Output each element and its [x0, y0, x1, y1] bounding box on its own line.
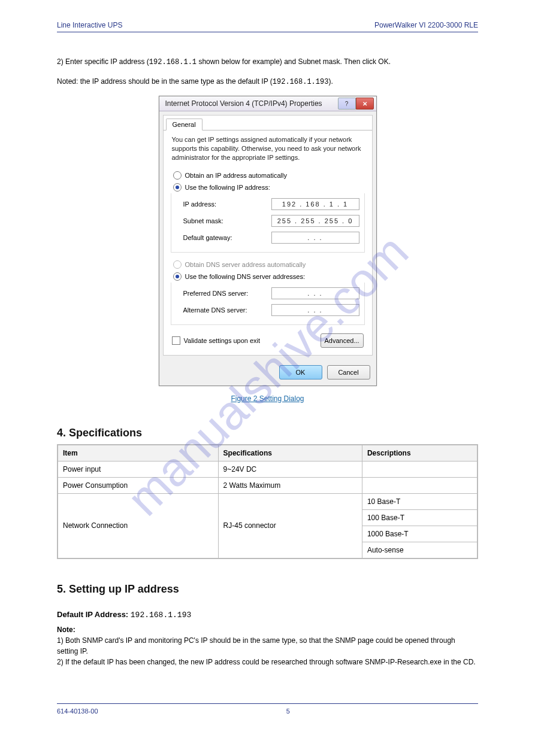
section-4-heading: 4. Specifications [57, 427, 478, 439]
dialog-titlebar: Internet Protocol Version 4 (TCP/IPv4) P… [159, 96, 376, 111]
dialog-info-text: You can get IP settings assigned automat… [172, 135, 364, 162]
p2-suffix: ). [328, 77, 333, 86]
default-ip-value: 192.168.1.193 [131, 611, 191, 620]
validate-label: Validate settings upon exit [184, 337, 261, 344]
radio-use-dns[interactable]: Use the following DNS server addresses: [171, 271, 365, 283]
page-header: Line Interactive UPS PowerWalker VI 2200… [57, 21, 478, 29]
cell-desc: 1000 Base-T [362, 526, 477, 542]
p1-prefix: 2) Enter specific IP address ( [57, 57, 149, 66]
page-footer: 614-40138-00 5 [57, 703, 478, 715]
cell-spec: 2 Watts Maximum [218, 477, 362, 493]
dialog-bottom-row: Validate settings upon exit Advanced... [171, 331, 365, 348]
radio-icon-disabled [173, 260, 182, 269]
header-left: Line Interactive UPS [57, 21, 122, 29]
radio-icon [173, 171, 182, 180]
subnet-row: Subnet mask: 255 . 255 . 255 . 0 [183, 212, 359, 229]
p2-prefix: Noted: the IP address should be in the s… [57, 77, 273, 86]
pref-dns-input[interactable]: . . . [271, 287, 359, 299]
note-text-2: 2) If the default IP has been changed, t… [57, 658, 476, 666]
p1-ip: 192.168.1.1 [149, 58, 197, 66]
cell-desc [362, 461, 477, 477]
note-heading: Note: [57, 626, 75, 634]
advanced-button[interactable]: Advanced... [321, 333, 364, 348]
ip-address-row: IP address: 192 . 168 . 1 . 1 [183, 196, 359, 212]
ok-button[interactable]: OK [279, 365, 322, 379]
dns-fields-group: Preferred DNS server: . . . Alternate DN… [171, 283, 365, 325]
alt-dns-input[interactable]: . . . [271, 304, 359, 316]
subnet-label: Subnet mask: [183, 217, 223, 224]
close-button[interactable]: ✕ [356, 98, 374, 110]
dialog-body: General You can get IP settings assigned… [163, 115, 373, 356]
th-item: Item [58, 445, 218, 462]
radio-obtain-ip[interactable]: Obtain an IP address automatically [171, 169, 365, 181]
gateway-input[interactable]: . . . [271, 232, 359, 244]
titlebar-buttons: ? ✕ [338, 98, 374, 110]
p1-suffix: shown below for example) and Subnet mask… [197, 57, 391, 66]
dialog-footer: OK Cancel [159, 359, 376, 385]
table-row: Power input 9~24V DC [58, 461, 477, 477]
radio-obtain-ip-label: Obtain an IP address automatically [185, 172, 287, 179]
note-text-1: 1) Both SNMP card's IP and monitoring PC… [57, 636, 455, 655]
cancel-button[interactable]: Cancel [327, 365, 370, 379]
dialog-title: Internet Protocol Version 4 (TCP/IPv4) P… [165, 99, 322, 108]
intro-para-1: 2) Enter specific IP address (192.168.1.… [57, 56, 478, 68]
intro-para-2: Noted: the IP address should be in the s… [57, 76, 478, 87]
radio-icon-selected [173, 183, 182, 192]
table-row: Power Consumption 2 Watts Maximum [58, 477, 477, 493]
checkbox-icon [172, 336, 180, 345]
cell-item: Power Consumption [58, 477, 218, 493]
cell-desc: 10 Base-T [362, 493, 477, 509]
gateway-label: Default gateway: [183, 234, 232, 241]
tab-general[interactable]: General [166, 119, 202, 130]
ip-fields-group: IP address: 192 . 168 . 1 . 1 Subnet mas… [171, 193, 365, 253]
dialog-container: Internet Protocol Version 4 (TCP/IPv4) P… [57, 96, 478, 386]
radio-obtain-dns: Obtain DNS server address automatically [171, 259, 365, 271]
cell-desc [362, 477, 477, 493]
spec-table: Item Specifications Descriptions Power i… [57, 444, 478, 559]
alt-dns-label: Alternate DNS server: [183, 306, 247, 314]
default-ip-label: Default IP Address: [57, 610, 131, 619]
tcpip-dialog: Internet Protocol Version 4 (TCP/IPv4) P… [159, 96, 377, 386]
ip-address-input[interactable]: 192 . 168 . 1 . 1 [271, 198, 359, 210]
radio-obtain-dns-label: Obtain DNS server address automatically [185, 261, 306, 268]
page: Line Interactive UPS PowerWalker VI 2200… [0, 0, 535, 751]
cell-desc: 100 Base-T [362, 509, 477, 526]
validate-checkbox[interactable]: Validate settings upon exit [172, 336, 261, 345]
figure-caption[interactable]: Figure 2 Setting Dialog [57, 394, 478, 403]
header-right: PowerWalker VI 2200-3000 RLE [374, 21, 478, 29]
radio-use-dns-label: Use the following DNS server addresses: [185, 273, 306, 280]
header-rule [57, 32, 478, 32]
pref-dns-label: Preferred DNS server: [183, 290, 249, 297]
p2-ip: 192.168.1.193 [273, 78, 329, 86]
table-row: Network Connection RJ-45 connector 10 Ba… [58, 493, 477, 509]
ip-section: Obtain an IP address automatically Use t… [171, 169, 365, 253]
th-spec: Specifications [218, 445, 362, 462]
section-5-heading: 5. Setting up IP address [57, 583, 478, 596]
cell-spec: 9~24V DC [218, 461, 362, 477]
cell-item: Network Connection [58, 493, 218, 558]
cell-desc: Auto-sense [362, 542, 477, 558]
dns-section: Obtain DNS server address automatically … [171, 259, 365, 325]
default-ip-row: Default IP Address: 192.168.1.193 [57, 610, 478, 620]
gateway-row: Default gateway: . . . [183, 229, 359, 246]
alt-dns-row: Alternate DNS server: . . . [183, 302, 359, 318]
ip-address-label: IP address: [183, 201, 216, 208]
subnet-input[interactable]: 255 . 255 . 255 . 0 [271, 215, 359, 227]
radio-use-ip-label: Use the following IP address: [185, 184, 270, 191]
pref-dns-row: Preferred DNS server: . . . [183, 285, 359, 302]
radio-icon-selected-dns [173, 272, 182, 281]
cell-item: Power input [58, 461, 218, 477]
radio-use-ip[interactable]: Use the following IP address: [171, 181, 365, 193]
radio-dot-icon [176, 186, 179, 189]
footer-rule [57, 703, 478, 704]
footer-left: 614-40138-00 [57, 708, 98, 715]
table-header-row: Item Specifications Descriptions [58, 445, 477, 462]
cell-spec: RJ-45 connector [218, 493, 362, 558]
th-desc: Descriptions [362, 445, 477, 462]
tab-strip: General [164, 116, 372, 130]
help-button[interactable]: ? [338, 98, 356, 110]
footer-page-number: 5 [286, 708, 290, 715]
radio-dot-icon [176, 275, 179, 278]
note-block: Note: 1) Both SNMP card's IP and monitor… [57, 624, 478, 667]
